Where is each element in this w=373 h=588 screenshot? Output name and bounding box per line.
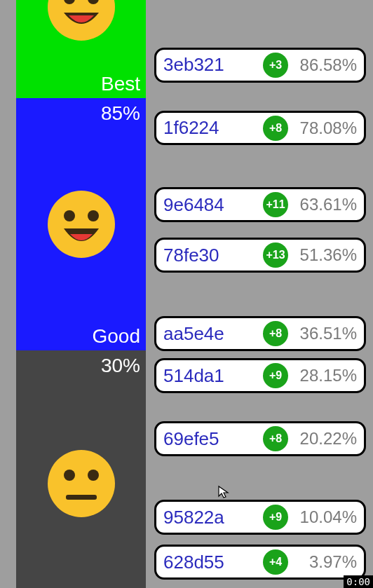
list-item[interactable]: 514da1 +9 28.15% — [154, 358, 366, 393]
svg-point-3 — [48, 191, 115, 258]
tier-ok-pct: 30% — [101, 355, 140, 377]
tier-best-label: Best — [101, 73, 140, 95]
item-id: 1f6224 — [163, 117, 257, 139]
app-root: Best 85% Good 30% 3eb — [0, 0, 373, 588]
tier-good-label: Good — [93, 325, 141, 348]
delta-badge: +3 — [263, 53, 288, 78]
item-pct: 78.08% — [294, 118, 357, 138]
svg-point-4 — [64, 210, 75, 221]
delta-badge: +11 — [263, 192, 288, 217]
list-item[interactable]: 628d55 +4 3.97% — [154, 545, 366, 580]
delta-badge: +8 — [263, 116, 288, 141]
tier-good-pct: 85% — [101, 102, 140, 125]
list-item[interactable]: 69efe5 +8 20.22% — [154, 421, 366, 456]
svg-rect-9 — [66, 495, 97, 500]
item-pct: 3.97% — [294, 552, 357, 572]
item-list: 3eb321 +3 86.58% 1f6224 +8 78.08% 9e6484… — [146, 0, 373, 588]
item-id: 3eb321 — [163, 54, 257, 76]
delta-badge: +8 — [263, 426, 288, 451]
item-id: 628d55 — [163, 552, 257, 573]
item-pct: 86.58% — [294, 55, 357, 75]
item-id: 95822a — [163, 507, 257, 528]
spacer — [154, 0, 366, 48]
list-item[interactable]: 78fe30 +13 51.36% — [154, 238, 366, 273]
item-pct: 51.36% — [294, 245, 357, 265]
item-pct: 36.51% — [294, 324, 357, 343]
delta-badge: +9 — [263, 363, 288, 388]
delta-badge: +9 — [263, 505, 288, 530]
item-pct: 20.22% — [294, 429, 357, 449]
delta-badge: +13 — [263, 242, 288, 268]
svg-point-8 — [88, 470, 99, 481]
timer-badge: 0:00 — [344, 575, 373, 588]
tier-best[interactable]: Best — [16, 0, 146, 98]
item-pct: 63.61% — [294, 195, 357, 214]
neutral-face-icon — [46, 449, 116, 519]
laugh-face-icon — [46, 189, 116, 259]
tier-good[interactable]: 85% Good — [16, 98, 146, 350]
list-item[interactable]: 95822a +9 10.04% — [154, 500, 366, 535]
list-item[interactable]: 3eb321 +3 86.58% — [154, 48, 366, 83]
list-item[interactable]: 9e6484 +11 63.61% — [154, 187, 366, 222]
item-id: 78fe30 — [163, 245, 257, 266]
tier-ok[interactable]: 30% — [16, 350, 146, 588]
list-item[interactable]: 1f6224 +8 78.08% — [154, 111, 366, 146]
delta-badge: +4 — [263, 549, 288, 575]
item-id: aa5e4e — [163, 323, 257, 345]
list-item[interactable]: aa5e4e +8 36.51% — [154, 316, 366, 351]
svg-point-7 — [64, 470, 75, 481]
item-id: 514da1 — [163, 365, 257, 387]
item-id: 9e6484 — [163, 194, 257, 216]
svg-point-5 — [88, 210, 99, 221]
tier-column: Best 85% Good 30% — [16, 0, 146, 588]
item-id: 69efe5 — [163, 428, 257, 450]
item-pct: 28.15% — [294, 366, 357, 385]
item-pct: 10.04% — [294, 507, 357, 527]
grin-face-icon — [46, 0, 116, 42]
svg-point-6 — [48, 450, 115, 517]
delta-badge: +8 — [263, 321, 288, 346]
